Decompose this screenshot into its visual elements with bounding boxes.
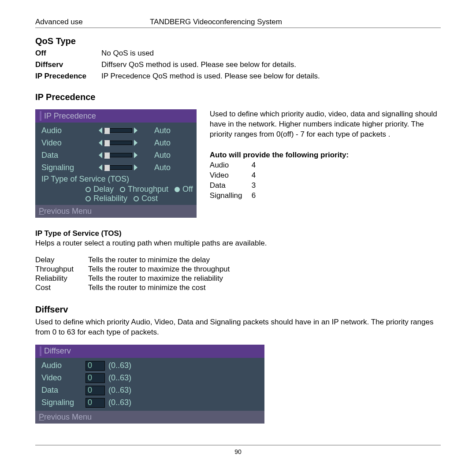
- diff-signaling-input[interactable]: 0: [86, 398, 105, 408]
- header-section: Advanced use: [35, 18, 150, 26]
- auto-video-value: 4: [252, 171, 256, 181]
- tos-delay-term: Delay: [35, 256, 88, 264]
- chevron-left-icon[interactable]: [99, 164, 102, 171]
- qos-ipprec-term: IP Precedence: [35, 72, 101, 81]
- auto-priority-heading: Auto will provide the following priority…: [210, 150, 441, 160]
- auto-signalling-label: Signalling: [210, 191, 252, 201]
- ip-precedence-description: Used to define which priority audio, vid…: [210, 109, 441, 140]
- tos-off-radio[interactable]: Off: [175, 185, 193, 194]
- tos-throughput-radio[interactable]: Throughput: [120, 185, 168, 194]
- diffserv-heading: Diffserv: [35, 305, 441, 315]
- qos-diffserv-desc: Diffserv QoS method is used. Please see …: [101, 60, 296, 69]
- header-product: TANDBERG Videoconferencing System: [150, 18, 282, 26]
- ip-precedence-panel: IP Precedence Audio Auto Video Auto Data…: [35, 109, 197, 218]
- diff-signaling-label: Signaling: [41, 398, 86, 407]
- ip-tos-subheading: IP Type of Service (TOS): [41, 174, 193, 185]
- chevron-left-icon[interactable]: [99, 140, 102, 146]
- radio-on-icon: [175, 187, 180, 192]
- chevron-left-icon[interactable]: [99, 152, 102, 158]
- ip-audio-label: Audio: [41, 126, 99, 135]
- tos-throughput-label: Throughput: [128, 185, 168, 194]
- tos-reliability-desc: Tells the router to maximize the reliabi…: [88, 274, 223, 283]
- auto-audio-value: 4: [252, 160, 256, 171]
- ip-signaling-value: Auto: [154, 163, 171, 172]
- page-number: 90: [35, 445, 441, 455]
- chevron-right-icon[interactable]: [134, 164, 138, 171]
- radio-off-icon: [86, 196, 91, 201]
- ip-signaling-label: Signaling: [41, 163, 99, 172]
- qos-off-term: Off: [35, 49, 101, 58]
- diff-signaling-range: (0..63): [108, 398, 131, 407]
- auto-video-label: Video: [210, 171, 252, 181]
- diff-audio-range: (0..63): [108, 361, 131, 370]
- tos-heading: IP Type of Service (TOS): [35, 229, 441, 238]
- ip-previous-menu[interactable]: Previous Menu: [35, 205, 197, 218]
- tos-reliability-label: Reliability: [93, 194, 127, 203]
- tos-cost-label: Cost: [141, 194, 158, 203]
- tos-delay-radio[interactable]: Delay: [86, 185, 114, 194]
- radio-off-icon: [134, 196, 139, 201]
- qos-ipprec-desc: IP Precedence QoS method is used. Please…: [101, 72, 320, 81]
- diffserv-description: Used to define which priority Audio, Vid…: [35, 317, 441, 338]
- ip-video-value: Auto: [154, 138, 171, 148]
- diff-video-input[interactable]: 0: [86, 373, 105, 383]
- ip-precedence-panel-title: IP Precedence: [35, 109, 197, 123]
- ip-precedence-heading: IP Precedence: [35, 92, 441, 102]
- diff-video-range: (0..63): [108, 373, 131, 383]
- qos-diffserv-term: Diffserv: [35, 60, 101, 69]
- diffserv-panel-title: Diffserv: [35, 345, 264, 358]
- tos-delay-desc: Tells the router to minimize the delay: [88, 256, 210, 264]
- diff-audio-input[interactable]: 0: [86, 361, 105, 371]
- radio-off-icon: [86, 187, 91, 192]
- diff-video-label: Video: [41, 373, 86, 383]
- ip-video-slider[interactable]: [99, 140, 152, 146]
- auto-data-value: 3: [252, 181, 256, 191]
- tos-reliability-term: Reliability: [35, 274, 88, 283]
- tos-throughput-desc: Tells the router to maximize the through…: [88, 265, 230, 274]
- ip-data-slider[interactable]: [99, 152, 152, 158]
- tos-off-label: Off: [182, 185, 193, 194]
- tos-cost-desc: Tells the router to minimize the cost: [88, 283, 205, 292]
- diff-audio-label: Audio: [41, 361, 86, 370]
- chevron-left-icon[interactable]: [99, 127, 102, 134]
- ip-audio-slider[interactable]: [99, 127, 152, 134]
- ip-audio-value: Auto: [154, 126, 171, 135]
- diff-data-range: (0..63): [108, 386, 131, 395]
- chevron-right-icon[interactable]: [134, 140, 138, 146]
- tos-cost-radio[interactable]: Cost: [134, 194, 158, 203]
- ip-data-value: Auto: [154, 151, 171, 160]
- ip-video-label: Video: [41, 138, 99, 148]
- auto-signalling-value: 6: [252, 191, 256, 201]
- diff-data-input[interactable]: 0: [86, 386, 105, 395]
- diffserv-panel: Diffserv Audio0(0..63) Video0(0..63) Dat…: [35, 345, 264, 424]
- qos-type-heading: QoS Type: [35, 36, 441, 46]
- diff-data-label: Data: [41, 386, 86, 395]
- tos-cost-term: Cost: [35, 283, 88, 292]
- ip-signaling-slider[interactable]: [99, 164, 152, 171]
- chevron-right-icon[interactable]: [134, 152, 138, 158]
- tos-reliability-radio[interactable]: Reliability: [86, 194, 127, 203]
- radio-off-icon: [120, 187, 125, 192]
- diff-previous-menu[interactable]: Previous Menu: [35, 411, 264, 424]
- auto-data-label: Data: [210, 181, 252, 191]
- tos-throughput-term: Throughput: [35, 265, 88, 274]
- tos-description: Helps a router select a routing path whe…: [35, 239, 441, 248]
- ip-data-label: Data: [41, 151, 99, 160]
- tos-delay-label: Delay: [93, 185, 114, 194]
- qos-off-desc: No QoS is used: [101, 49, 154, 58]
- auto-audio-label: Audio: [210, 160, 252, 171]
- chevron-right-icon[interactable]: [134, 127, 138, 134]
